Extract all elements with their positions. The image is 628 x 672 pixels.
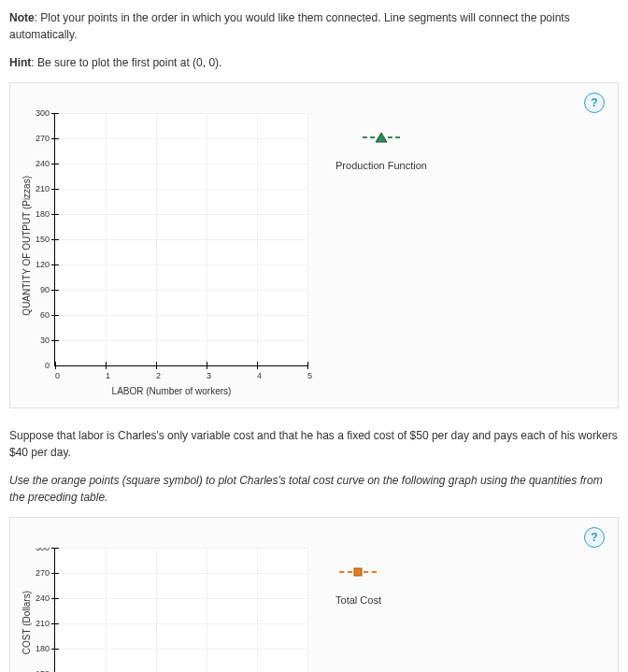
x-axis-label: LABOR (Number of workers) xyxy=(112,386,232,396)
triangle-marker-icon xyxy=(335,132,427,143)
hint-text: Hint: Be sure to plot the first point at… xyxy=(9,54,619,71)
legend-totalcost[interactable]: Total Cost xyxy=(335,566,381,606)
hint-label: Hint xyxy=(9,56,31,69)
y-ticks: 300 270 240 210 180 150 xyxy=(36,548,54,672)
legend-production[interactable]: Production Function xyxy=(335,132,427,171)
note-body: : Plot your points in the order in which… xyxy=(9,11,570,41)
plot-area[interactable] xyxy=(54,113,307,366)
chart-panel-production: ? QUANTITY OF OUTPUT (Pizzas) 300 270 24… xyxy=(9,82,619,408)
y-axis-label: COST (Dollars) xyxy=(21,591,32,654)
svg-rect-1 xyxy=(354,568,362,576)
help-icon: ? xyxy=(591,531,597,544)
chart-panel-totalcost: ? COST (Dollars) 300 270 240 210 180 150 xyxy=(9,517,619,672)
legend-label: Production Function xyxy=(335,160,427,171)
x-ticks: 0 1 2 3 4 5 xyxy=(55,366,307,380)
help-button[interactable]: ? xyxy=(584,527,605,548)
svg-marker-0 xyxy=(376,133,387,142)
paragraph-cost-setup: Suppose that labor is Charles's only var… xyxy=(9,427,619,461)
note-text: Note: Plot your points in the order in w… xyxy=(9,9,619,43)
hint-body: : Be sure to plot the first point at (0,… xyxy=(31,56,221,69)
note-label: Note xyxy=(9,11,35,24)
square-marker-icon xyxy=(335,566,381,578)
paragraph-instruction: Use the orange points (square symbol) to… xyxy=(9,472,619,506)
plot-area[interactable] xyxy=(54,548,307,672)
y-axis-label: QUANTITY OF OUTPUT (Pizzas) xyxy=(21,176,32,316)
help-button[interactable]: ? xyxy=(584,93,605,113)
help-icon: ? xyxy=(591,96,597,109)
legend-label: Total Cost xyxy=(335,594,381,606)
